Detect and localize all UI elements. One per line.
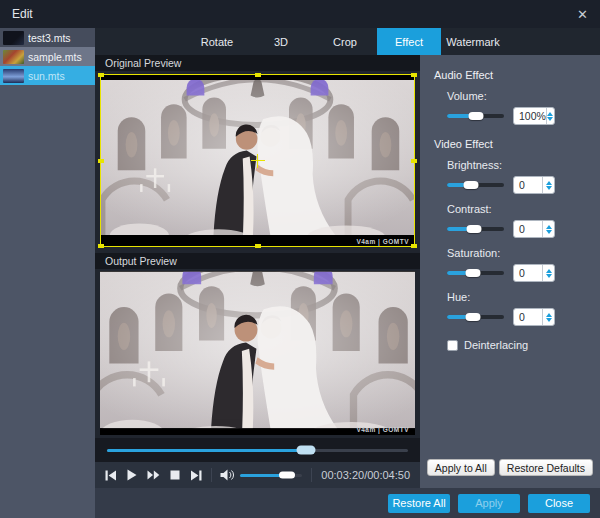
transport-divider	[211, 468, 212, 482]
spin-down-icon[interactable]	[546, 186, 552, 190]
brightness-slider[interactable]	[447, 183, 504, 187]
spin-up-icon[interactable]	[546, 181, 552, 185]
spinner-arrows[interactable]	[542, 265, 554, 281]
stop-button[interactable]	[169, 469, 181, 482]
tab-bar: Rotate 3D Crop Effect Watermark	[95, 28, 600, 55]
spin-up-icon[interactable]	[547, 112, 553, 116]
spinner-arrows[interactable]	[542, 309, 554, 325]
brightness-label: Brightness:	[447, 159, 600, 171]
output-video: V4am | GOMTV	[100, 271, 415, 435]
slider-handle[interactable]	[463, 181, 478, 189]
gomtv-watermark: V4am | GOMTV	[356, 238, 409, 245]
spin-down-icon[interactable]	[547, 117, 553, 121]
transport-bar: 00:03:20/00:04:50	[95, 462, 420, 488]
file-name: test3.mts	[28, 32, 71, 44]
saturation-value: 0	[514, 267, 542, 279]
restore-defaults-button[interactable]: Restore Defaults	[499, 459, 593, 476]
edit-dialog: Edit ✕ test3.mts sample.mts sun.mts	[0, 0, 600, 518]
contrast-slider[interactable]	[447, 227, 504, 231]
video-effect-header: Video Effect	[434, 138, 600, 150]
file-name: sun.mts	[28, 70, 65, 82]
apply-button[interactable]: Apply	[458, 494, 520, 513]
brightness-spinner[interactable]: 0	[513, 176, 555, 194]
volume-control	[220, 469, 302, 481]
hue-value: 0	[514, 311, 542, 323]
file-thumbnail	[3, 69, 24, 83]
tab-spacer	[95, 28, 185, 55]
seek-handle[interactable]	[296, 446, 315, 455]
deinterlacing-checkbox[interactable]	[447, 340, 458, 351]
tab-watermark[interactable]: Watermark	[441, 28, 505, 55]
title-bar: Edit ✕	[0, 0, 600, 28]
spin-up-icon[interactable]	[546, 313, 552, 317]
slider-handle[interactable]	[468, 112, 483, 120]
tab-crop[interactable]: Crop	[313, 28, 377, 55]
fast-forward-button[interactable]	[147, 469, 160, 482]
hue-slider[interactable]	[447, 315, 504, 319]
volume-value: 100%	[514, 110, 546, 122]
file-item-sun[interactable]: sun.mts	[0, 66, 95, 85]
dialog-title: Edit	[12, 7, 33, 21]
volume-effect-slider[interactable]	[447, 114, 504, 118]
audio-effect-header: Audio Effect	[434, 69, 600, 81]
speaker-icon[interactable]	[220, 469, 234, 481]
original-preview-label: Original Preview	[95, 55, 420, 71]
contrast-label: Contrast:	[447, 203, 600, 215]
spin-down-icon[interactable]	[546, 318, 552, 322]
preview-column: Original Preview V4am | GOMTV	[95, 55, 420, 488]
deinterlacing-option[interactable]: Deinterlacing	[447, 339, 600, 351]
tab-rotate[interactable]: Rotate	[185, 28, 249, 55]
spinner-arrows[interactable]	[542, 221, 554, 237]
tab-3d[interactable]: 3D	[249, 28, 313, 55]
spinner-arrows[interactable]	[542, 177, 554, 193]
deinterlacing-label: Deinterlacing	[464, 339, 528, 351]
previous-frame-button[interactable]	[105, 469, 117, 482]
bottom-bar: Restore All Apply Close	[95, 488, 600, 518]
tab-effect[interactable]: Effect	[377, 28, 441, 55]
file-list: test3.mts sample.mts sun.mts	[0, 28, 95, 85]
volume-label: Volume:	[447, 90, 600, 102]
spin-down-icon[interactable]	[546, 230, 552, 234]
time-display: 00:03:20/00:04:50	[321, 469, 410, 481]
close-icon[interactable]: ✕	[577, 8, 588, 21]
file-item-sample[interactable]: sample.mts	[0, 47, 95, 66]
saturation-spinner[interactable]: 0	[513, 264, 555, 282]
seek-bar[interactable]	[107, 449, 408, 452]
play-button[interactable]	[126, 469, 138, 482]
original-video: V4am | GOMTV	[100, 74, 415, 247]
spin-up-icon[interactable]	[546, 269, 552, 273]
volume-spinner[interactable]: 100%	[513, 107, 555, 125]
slider-handle[interactable]	[465, 313, 480, 321]
apply-to-all-button[interactable]: Apply to All	[427, 459, 495, 476]
spin-down-icon[interactable]	[546, 274, 552, 278]
contrast-spinner[interactable]: 0	[513, 220, 555, 238]
spinner-arrows[interactable]	[546, 108, 554, 124]
wedding-video-frame	[100, 80, 415, 235]
hue-label: Hue:	[447, 291, 600, 303]
file-sidebar: test3.mts sample.mts sun.mts	[0, 28, 95, 518]
file-thumbnail	[3, 31, 24, 45]
file-name: sample.mts	[28, 51, 82, 63]
slider-handle[interactable]	[467, 225, 482, 233]
slider-handle[interactable]	[465, 269, 480, 277]
spin-up-icon[interactable]	[546, 225, 552, 229]
volume-slider[interactable]	[240, 474, 302, 477]
file-item-test3[interactable]: test3.mts	[0, 28, 95, 47]
next-frame-button[interactable]	[190, 469, 202, 482]
hue-spinner[interactable]: 0	[513, 308, 555, 326]
wedding-video-frame	[100, 271, 415, 428]
output-preview-label: Output Preview	[95, 253, 420, 269]
seek-strip	[95, 438, 420, 462]
transport-divider	[311, 468, 312, 482]
output-preview: V4am | GOMTV	[95, 269, 420, 438]
effects-panel: Audio Effect Volume: 100% Video Effect B…	[420, 55, 600, 488]
file-thumbnail	[3, 50, 24, 64]
close-button[interactable]: Close	[528, 494, 590, 513]
saturation-slider[interactable]	[447, 271, 504, 275]
original-preview: V4am | GOMTV	[95, 71, 420, 253]
saturation-label: Saturation:	[447, 247, 600, 259]
contrast-value: 0	[514, 223, 542, 235]
gomtv-watermark: V4am | GOMTV	[356, 426, 409, 433]
volume-handle[interactable]	[279, 472, 295, 479]
restore-all-button[interactable]: Restore All	[388, 494, 450, 513]
